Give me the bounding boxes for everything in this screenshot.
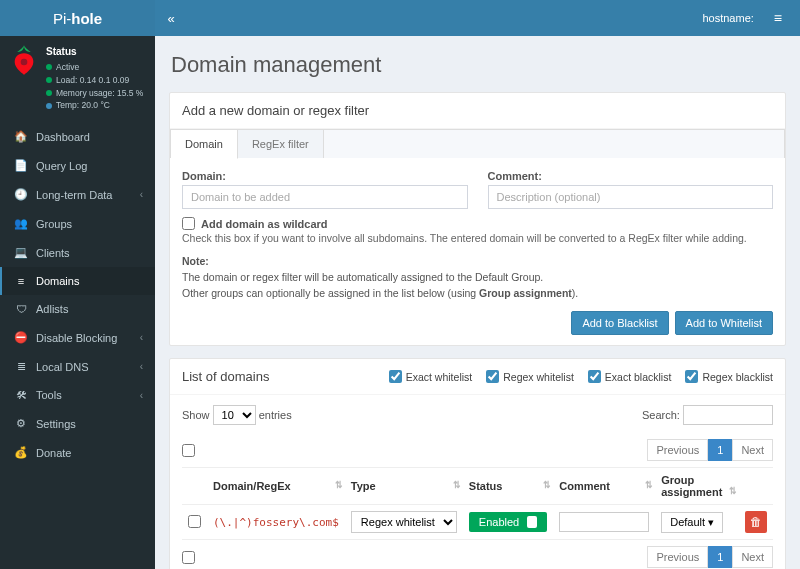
add-tabs: Domain RegEx filter xyxy=(170,129,785,158)
header-menu-button[interactable]: ≡ xyxy=(764,4,792,32)
nav-icon: ⚙ xyxy=(12,417,30,430)
layout: Status Active Load: 0.14 0.1 0.09 Memory… xyxy=(0,36,800,569)
filter-checkbox[interactable] xyxy=(588,370,601,383)
nav-label: Local DNS xyxy=(36,361,89,373)
sidebar-nav: 🏠Dashboard📄Query Log🕘Long-term Data‹👥Gro… xyxy=(0,122,155,467)
col-domain[interactable]: Domain/RegEx⇅ xyxy=(207,468,345,505)
nav-icon: ⛔ xyxy=(12,331,30,344)
pihole-logo-icon xyxy=(10,44,38,79)
wildcard-label: Add domain as wildcard xyxy=(201,218,328,230)
show-label-post: entries xyxy=(259,409,292,421)
comment-input[interactable] xyxy=(488,185,774,209)
sidebar: Status Active Load: 0.14 0.1 0.09 Memory… xyxy=(0,36,155,569)
prev-button[interactable]: Previous xyxy=(647,546,708,568)
domain-label: Domain: xyxy=(182,170,468,182)
header-right: hostname: ≡ xyxy=(702,4,800,32)
sidebar-item-disable-blocking[interactable]: ⛔Disable Blocking‹ xyxy=(0,323,155,352)
select-all-checkbox[interactable] xyxy=(182,444,195,457)
row-type-select[interactable]: Regex whitelist xyxy=(351,511,457,533)
next-button[interactable]: Next xyxy=(732,439,773,461)
status-load: Load: 0.14 0.1 0.09 xyxy=(56,74,129,87)
entries-select[interactable]: 10 xyxy=(213,405,256,425)
domains-table: Domain/RegEx⇅ Type⇅ Status⇅ Comment⇅ Gro… xyxy=(182,467,773,540)
chevron-left-icon: ‹ xyxy=(140,189,143,200)
row-checkbox[interactable] xyxy=(188,515,201,528)
note-line2-bold: Group assignment xyxy=(479,287,572,299)
nav-icon: ≡ xyxy=(12,275,30,287)
list-title: List of domains xyxy=(182,369,269,384)
nav-label: Settings xyxy=(36,418,76,430)
trash-icon: 🗑 xyxy=(750,515,762,529)
row-delete-button[interactable]: 🗑 xyxy=(745,511,767,533)
status-block: Status Active Load: 0.14 0.1 0.09 Memory… xyxy=(0,36,155,122)
row-group-select[interactable]: Default ▾ xyxy=(661,512,723,533)
sidebar-item-groups[interactable]: 👥Groups xyxy=(0,209,155,238)
add-domain-box: Add a new domain or regex filter Domain … xyxy=(169,92,786,346)
row-comment-input[interactable] xyxy=(559,512,649,532)
add-box-body: Domain RegEx filter Domain: Comment: Ad xyxy=(170,129,785,345)
chevron-left-icon: ‹ xyxy=(140,390,143,401)
sidebar-item-tools[interactable]: 🛠Tools‹ xyxy=(0,381,155,409)
sidebar-item-long-term-data[interactable]: 🕘Long-term Data‹ xyxy=(0,180,155,209)
nav-icon: 👥 xyxy=(12,217,30,230)
note-line2-post: ). xyxy=(572,287,578,299)
add-to-whitelist-button[interactable]: Add to Whitelist xyxy=(675,311,773,335)
sidebar-item-query-log[interactable]: 📄Query Log xyxy=(0,151,155,180)
select-all-checkbox-bottom[interactable] xyxy=(182,551,195,564)
table-row: (\.|^)fossery\.com$ Regex whitelist Enab… xyxy=(182,505,773,540)
filter-regex-whitelist[interactable]: Regex whitelist xyxy=(486,370,574,383)
sort-icon: ⇅ xyxy=(453,480,459,490)
sidebar-item-dashboard[interactable]: 🏠Dashboard xyxy=(0,122,155,151)
nav-label: Tools xyxy=(36,389,62,401)
filter-checkbox[interactable] xyxy=(389,370,402,383)
nav-label: Long-term Data xyxy=(36,189,112,201)
tab-regex[interactable]: RegEx filter xyxy=(238,130,324,158)
nav-label: Groups xyxy=(36,218,72,230)
sidebar-toggle[interactable]: « xyxy=(155,11,187,26)
filter-exact-whitelist[interactable]: Exact whitelist xyxy=(389,370,473,383)
filter-checkbox[interactable] xyxy=(486,370,499,383)
chevron-left-icon: ‹ xyxy=(140,332,143,343)
page-1[interactable]: 1 xyxy=(708,439,732,461)
col-comment[interactable]: Comment⇅ xyxy=(553,468,655,505)
row-domain-regex[interactable]: (\.|^)fossery\.com$ xyxy=(213,516,339,529)
add-to-blacklist-button[interactable]: Add to Blacklist xyxy=(571,311,668,335)
nav-label: Dashboard xyxy=(36,131,90,143)
col-type[interactable]: Type⇅ xyxy=(345,468,463,505)
sidebar-item-settings[interactable]: ⚙Settings xyxy=(0,409,155,438)
nav-icon: 💰 xyxy=(12,446,30,459)
prev-button[interactable]: Previous xyxy=(647,439,708,461)
nav-label: Disable Blocking xyxy=(36,332,117,344)
col-group[interactable]: Group assignment⇅ xyxy=(655,468,739,505)
domain-input[interactable] xyxy=(182,185,468,209)
status-info: Status Active Load: 0.14 0.1 0.09 Memory… xyxy=(46,44,143,112)
sidebar-item-domains[interactable]: ≡Domains xyxy=(0,267,155,295)
next-button[interactable]: Next xyxy=(732,546,773,568)
list-body: Show 10 entries Search: Previous 1 Next xyxy=(170,395,785,569)
page-1[interactable]: 1 xyxy=(708,546,732,568)
sidebar-item-local-dns[interactable]: ≣Local DNS‹ xyxy=(0,352,155,381)
search-input[interactable] xyxy=(683,405,773,425)
nav-icon: 🛠 xyxy=(12,389,30,401)
status-temp: Temp: 20.0 °C xyxy=(56,99,110,112)
sidebar-item-clients[interactable]: 💻Clients xyxy=(0,238,155,267)
pager-bottom: Previous 1 Next xyxy=(647,546,773,568)
show-label-pre: Show xyxy=(182,409,210,421)
list-filters: Exact whitelist Regex whitelist Exact bl… xyxy=(389,370,773,383)
tab-domain[interactable]: Domain xyxy=(171,130,238,159)
comment-label: Comment: xyxy=(488,170,774,182)
sidebar-item-adlists[interactable]: 🛡Adlists xyxy=(0,295,155,323)
status-dot-icon xyxy=(46,90,52,96)
wildcard-checkbox[interactable] xyxy=(182,217,195,230)
row-status-toggle[interactable]: Enabled xyxy=(469,512,547,532)
sort-icon: ⇅ xyxy=(645,480,651,490)
sidebar-item-donate[interactable]: 💰Donate xyxy=(0,438,155,467)
status-dot-icon xyxy=(46,64,52,70)
logo[interactable]: Pi-hole xyxy=(0,0,155,36)
filter-regex-blacklist[interactable]: Regex blacklist xyxy=(685,370,773,383)
col-status[interactable]: Status⇅ xyxy=(463,468,553,505)
nav-label: Clients xyxy=(36,247,70,259)
filter-exact-blacklist[interactable]: Exact blacklist xyxy=(588,370,672,383)
filter-checkbox[interactable] xyxy=(685,370,698,383)
sort-icon: ⇅ xyxy=(729,486,735,496)
